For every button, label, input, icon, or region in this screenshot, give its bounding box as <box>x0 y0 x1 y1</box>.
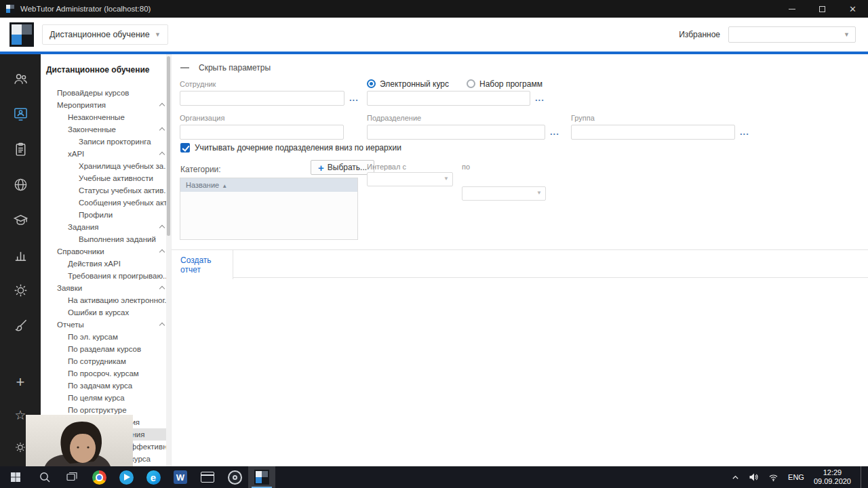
module-selector[interactable]: Дистанционное обучение ▼ <box>42 24 168 45</box>
report-tabstrip: Создать отчет <box>172 249 868 278</box>
sidebar-item-label: Учебные активности <box>79 174 153 182</box>
employee-picker-button[interactable]: ... <box>349 92 359 105</box>
sidebar-scrollbar[interactable] <box>166 54 171 466</box>
chrome-taskbar-button[interactable] <box>85 466 113 488</box>
task-view-button[interactable] <box>58 466 85 488</box>
brush-icon[interactable] <box>0 308 41 343</box>
tab-create-report[interactable]: Создать отчет <box>172 250 233 279</box>
group-label: Группа <box>571 114 749 122</box>
course-picker-button[interactable]: ... <box>535 92 545 105</box>
console-taskbar-button[interactable] <box>194 466 221 488</box>
edge-icon: e <box>146 470 161 485</box>
sidebar-item[interactable]: xAPI <box>41 148 171 160</box>
clock[interactable]: 12:29 09.09.2020 <box>814 468 851 486</box>
sidebar-item[interactable]: Хранилища учебных за... <box>41 160 171 172</box>
sidebar-item[interactable]: Законченные <box>41 123 171 136</box>
sidebar-item[interactable]: Сообщения учебных акт... <box>41 197 171 209</box>
clipboard-icon[interactable] <box>0 131 41 167</box>
monitor-person-icon[interactable] <box>0 96 41 131</box>
scrollbar-thumb[interactable] <box>167 56 170 236</box>
icon-rail: + ☆ <box>0 54 41 466</box>
choose-categories-button[interactable]: + Выбрать... <box>311 160 374 175</box>
sidebar-item[interactable]: Профили <box>41 209 171 221</box>
sidebar-item-label: Хранилища учебных за... <box>79 162 170 170</box>
edge-taskbar-button[interactable]: e <box>140 466 167 488</box>
start-button[interactable] <box>0 466 31 488</box>
favorites-selector[interactable]: ▼ <box>728 26 856 43</box>
console-icon <box>201 472 214 483</box>
show-desktop-button[interactable] <box>861 466 864 488</box>
sidebar-item[interactable]: Выполнения заданий <box>41 233 171 245</box>
gear-icon[interactable] <box>0 272 41 308</box>
sidebar-item[interactable]: По целям курса <box>41 392 171 404</box>
sidebar-item[interactable]: Незаконченные <box>41 111 171 123</box>
people-icon[interactable] <box>0 61 41 96</box>
tray-expand-button[interactable] <box>732 474 739 480</box>
titlebar: WebTutor Administrator (localhost:80) ✕ <box>0 0 868 18</box>
organization-label: Организация <box>180 114 344 122</box>
recorder-icon <box>228 470 242 485</box>
department-picker-button[interactable]: ... <box>550 125 559 139</box>
sidebar-item-label: Требования к проигрываю... <box>68 272 170 280</box>
include-children-checkbox[interactable]: Учитывать дочерние подразделения вниз по… <box>180 143 401 152</box>
sidebar-item[interactable]: Учебные активности <box>41 172 171 184</box>
hide-params-toggle[interactable]: Скрыть параметры <box>180 63 271 73</box>
employee-input[interactable] <box>180 91 344 106</box>
sidebar-item[interactable]: Заявки <box>41 282 171 294</box>
chevron-down-icon: ▼ <box>536 190 542 196</box>
organization-input[interactable] <box>180 125 344 140</box>
radio-electronic-course[interactable]: Электронный курс <box>367 79 449 89</box>
sidebar-item[interactable]: Ошибки в курсах <box>41 306 171 319</box>
department-input[interactable] <box>367 125 545 140</box>
sidebar-item[interactable]: Провайдеры курсов <box>41 87 171 99</box>
sidebar-item[interactable]: Мероприятия <box>41 99 171 111</box>
language-indicator[interactable]: ENG <box>788 473 804 481</box>
categories-list-header[interactable]: Название▲ <box>180 178 357 192</box>
interval-to-select[interactable]: ▼ <box>462 186 546 201</box>
maximize-button[interactable] <box>807 0 837 18</box>
sidebar-item[interactable]: Действия xAPI <box>41 258 171 270</box>
minimize-button[interactable] <box>776 0 807 18</box>
word-taskbar-button[interactable]: W <box>167 466 194 488</box>
sort-asc-icon: ▲ <box>222 183 227 189</box>
sidebar-item[interactable]: На активацию электронног... <box>41 294 171 306</box>
sidebar-item[interactable]: По просроч. курсам <box>41 367 171 380</box>
sidebar-item[interactable]: Справочники <box>41 245 171 258</box>
sidebar-item[interactable]: Записи прокторинга <box>41 136 171 148</box>
favorites-label: Избранное <box>679 30 720 39</box>
person-silhouette <box>26 415 133 466</box>
sidebar-item[interactable]: Статусы учебных актив... <box>41 184 171 197</box>
sidebar-item[interactable]: Отчеты <box>41 319 171 331</box>
sidebar-item[interactable]: По разделам курсов <box>41 343 171 355</box>
sidebar-item-label: Незаконченные <box>68 113 125 121</box>
maximize-icon <box>819 6 825 12</box>
sidebar-item[interactable]: Требования к проигрываю... <box>41 270 171 282</box>
course-input[interactable] <box>367 91 530 106</box>
bar-chart-icon[interactable] <box>0 237 41 272</box>
graduation-cap-icon[interactable] <box>0 202 41 237</box>
radio-program-set[interactable]: Набор программ <box>467 79 542 89</box>
chevron-up-icon <box>159 103 165 108</box>
app-header: Дистанционное обучение ▼ Избранное ▼ <box>0 18 868 52</box>
sidebar-item-label: xAPI <box>68 150 84 158</box>
plus-icon[interactable]: + <box>0 366 41 399</box>
network-button[interactable] <box>768 472 778 482</box>
sidebar-tree: Провайдеры курсов Мероприятия Незакончен… <box>41 87 171 465</box>
telegram-taskbar-button[interactable] <box>113 466 140 488</box>
sidebar-item[interactable]: По сотрудникам <box>41 355 171 367</box>
group-picker-button[interactable]: ... <box>740 125 749 139</box>
group-input[interactable] <box>571 125 735 140</box>
sidebar-item[interactable]: По задачам курса <box>41 380 171 392</box>
close-icon: ✕ <box>849 5 856 14</box>
sidebar-item[interactable]: Задания <box>41 221 171 233</box>
sidebar-item-label: Действия xAPI <box>68 260 121 268</box>
interval-from-select[interactable]: ▼ <box>367 172 453 186</box>
webtutor-taskbar-button[interactable] <box>248 466 275 488</box>
sidebar-item[interactable]: По эл. курсам <box>41 331 171 343</box>
close-button[interactable]: ✕ <box>837 0 868 18</box>
word-icon: W <box>174 470 187 484</box>
volume-button[interactable] <box>749 472 759 482</box>
globe-icon[interactable] <box>0 167 41 202</box>
search-button[interactable] <box>31 466 58 488</box>
recorder-taskbar-button[interactable] <box>221 466 248 488</box>
